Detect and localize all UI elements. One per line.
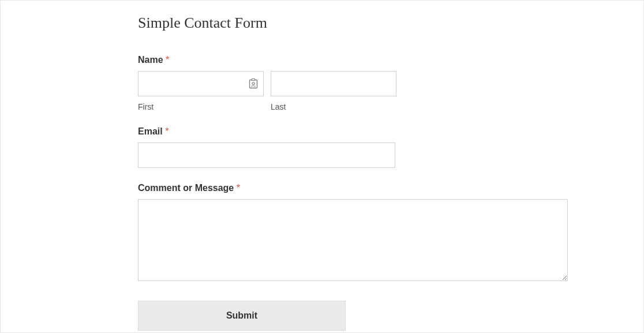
first-name-input[interactable] xyxy=(138,71,264,96)
last-name-col: Last xyxy=(271,71,396,111)
first-name-col: First xyxy=(138,71,264,111)
name-field-group: Name * First xyxy=(138,55,597,111)
first-name-wrap xyxy=(138,71,264,96)
name-label: Name * xyxy=(138,55,597,65)
message-textarea[interactable] xyxy=(138,199,568,281)
message-field-group: Comment or Message * xyxy=(138,183,597,283)
required-mark: * xyxy=(166,55,169,65)
email-label: Email * xyxy=(138,126,597,137)
message-label-text: Comment or Message xyxy=(138,183,234,193)
first-name-sublabel: First xyxy=(138,102,264,111)
last-name-input[interactable] xyxy=(271,71,396,96)
required-mark: * xyxy=(237,183,240,193)
email-label-text: Email xyxy=(138,126,163,136)
submit-button[interactable]: Submit xyxy=(138,301,346,331)
last-name-sublabel: Last xyxy=(271,102,396,111)
required-mark: * xyxy=(165,126,169,136)
contact-form-container: Simple Contact Form Name * xyxy=(1,1,643,331)
email-input[interactable] xyxy=(138,143,395,168)
page-title: Simple Contact Form xyxy=(138,14,597,32)
name-label-text: Name xyxy=(138,55,163,65)
email-field-group: Email * xyxy=(138,126,597,168)
name-row: First Last xyxy=(138,71,597,111)
message-label: Comment or Message * xyxy=(138,183,597,193)
